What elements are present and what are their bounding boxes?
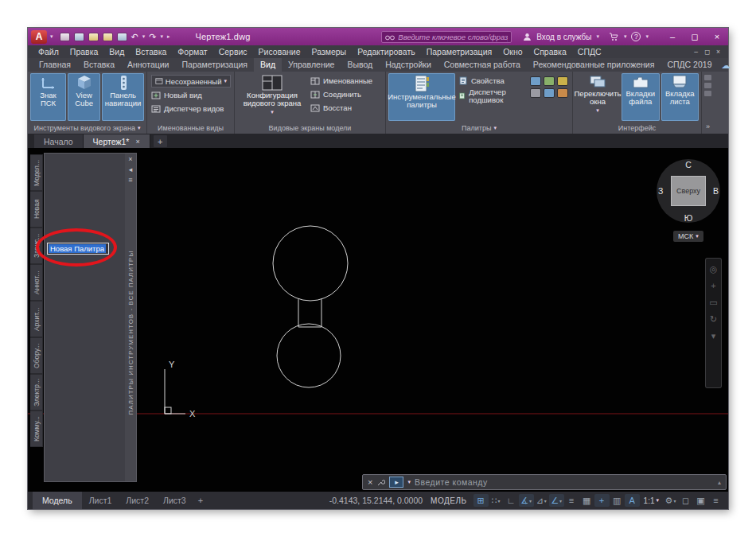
toggle-dropdown-icon[interactable]: ▾ [498, 498, 501, 504]
redo-dropdown-icon[interactable]: ▾ [160, 33, 163, 40]
sheet-set-manager-button[interactable]: Диспетчер подшивок [458, 88, 525, 104]
palette-tab[interactable]: Электр... [30, 374, 43, 411]
join-viewports-button[interactable]: Соединить [310, 88, 372, 100]
status-toggle[interactable]: A ▾ [625, 494, 640, 507]
menu-item[interactable]: Параметризация [421, 47, 498, 56]
status-toggle[interactable]: ∟ ▾ [504, 494, 519, 507]
toggle-dropdown-icon[interactable]: ▾ [559, 498, 562, 504]
palette-tab[interactable]: Завис... [30, 228, 43, 264]
strip-icon[interactable] [704, 91, 711, 96]
status-icon[interactable]: ◻ ▾ [678, 494, 693, 507]
viewcube-button[interactable]: View Cube [68, 73, 100, 121]
top-circle[interactable] [273, 226, 348, 301]
app-menu-dropdown-icon[interactable]: ▾ [50, 33, 53, 40]
doc-minimize-icon[interactable]: – [694, 48, 698, 56]
cloud-icon[interactable]: ☁ [721, 61, 730, 72]
plot-icon[interactable] [117, 33, 127, 41]
palette-tab[interactable]: Аннот... [30, 264, 43, 301]
model-space-indicator[interactable]: МОДЕЛЬ [431, 496, 466, 505]
layout-tab-button[interactable]: Вкладка листа [661, 73, 699, 121]
status-toggle[interactable]: ∠ ▾ [549, 494, 564, 507]
toggle-dropdown-icon[interactable]: ▾ [544, 498, 547, 504]
strip-icon[interactable] [704, 83, 711, 88]
menu-item[interactable]: Рисование [253, 47, 306, 56]
status-toggle[interactable]: ▦ ▾ [579, 494, 594, 507]
status-toggle[interactable]: ∷ ▾ [489, 494, 504, 507]
count-palette-icon[interactable] [544, 76, 555, 86]
palette-properties-icon[interactable]: ≡ [128, 176, 132, 185]
named-viewports-button[interactable]: Именованные [310, 75, 372, 87]
panel-title-viewport-tools[interactable]: Инструменты видового экрана ▾ [28, 123, 146, 134]
help-icon[interactable]: ? [631, 32, 641, 41]
ucs-selector-button[interactable]: МСК ▾ [673, 231, 703, 242]
doc-restore-icon[interactable]: ◻ [704, 48, 710, 56]
command-customize-icon[interactable] [376, 478, 385, 487]
ribbon-tab[interactable]: Вид [254, 58, 282, 72]
ribbon-tab[interactable]: Аннотации [121, 58, 176, 72]
status-icon[interactable]: ⚙ ▾ [663, 494, 678, 507]
materials-icon[interactable] [557, 88, 568, 98]
open-file-icon[interactable] [74, 33, 84, 41]
menu-item[interactable]: Сервис [213, 47, 253, 56]
menu-item[interactable]: Окно [497, 47, 528, 56]
ribbon-tab[interactable]: СПДС 2019 [661, 58, 718, 72]
calculator-icon[interactable] [544, 88, 555, 98]
tool-palettes-window[interactable]: × ◂ ≡ ПАЛИТРЫ ИНСТРУМЕНТОВ - ВСЕ ПАЛИТРЫ… [44, 153, 137, 482]
designcenter-icon[interactable] [530, 88, 541, 98]
layout-tab[interactable]: Лист2 [119, 496, 156, 505]
help-dropdown-icon[interactable]: ▾ [645, 33, 649, 40]
ribbon-tab[interactable]: Параметризация [176, 58, 255, 72]
command-dropdown-icon[interactable]: ▾ [407, 479, 411, 485]
menu-item[interactable]: Файл [33, 47, 64, 56]
switch-windows-button[interactable]: Переключить окна ▾ [575, 73, 620, 121]
menu-item[interactable]: Справка [528, 47, 572, 56]
command-history-icon[interactable]: ▴ [718, 479, 721, 486]
cart-icon[interactable] [609, 33, 619, 41]
document-tab[interactable]: Начало × [34, 134, 84, 148]
view-dropdown[interactable]: Несохраненный ▾ [151, 75, 231, 88]
compass-west-label[interactable]: З [658, 186, 663, 196]
signin-group[interactable]: Вход в службы ▾ [523, 33, 599, 41]
model-space-tab[interactable]: Модель [33, 492, 82, 509]
tab-close-icon[interactable]: × [135, 138, 139, 146]
annotation-scale-button[interactable]: 1:1 ▾ [644, 496, 659, 505]
status-toggle[interactable]: ⊿ ▾ [534, 494, 549, 507]
menu-item[interactable]: Правка [64, 47, 103, 56]
palette-autohide-icon[interactable]: ◂ [129, 165, 133, 174]
palette-close-icon[interactable]: × [128, 155, 132, 164]
status-icon[interactable]: ≡ ▾ [708, 494, 723, 507]
palette-tab[interactable]: Новая [30, 191, 43, 228]
blocks-palette-icon[interactable] [530, 76, 541, 86]
pan-icon[interactable]: + [711, 282, 715, 290]
menu-item[interactable]: Вставка [130, 47, 172, 56]
ribbon-tab[interactable]: Совместная работа [438, 58, 527, 72]
new-tab-button[interactable]: + [154, 135, 167, 147]
document-tab[interactable]: Чертеж1* × [84, 134, 150, 148]
ucs-sign-button[interactable]: Знак ПСК [30, 73, 66, 121]
palette-tab[interactable]: Архит... [30, 301, 43, 337]
search-input[interactable] [398, 33, 508, 41]
status-toggle[interactable]: ∡ ▾ [519, 494, 534, 507]
fullnav-wheel-icon[interactable]: ◎ [710, 265, 718, 274]
undo-icon[interactable]: ↶ [131, 33, 138, 41]
compass-north-label[interactable]: С [685, 160, 692, 169]
status-toggle[interactable]: ≡ ▾ [564, 494, 579, 507]
qat-overflow-icon[interactable]: ▸ [167, 33, 170, 40]
panel-title-palettes[interactable]: Палитры ▾ [386, 123, 572, 134]
new-layout-button[interactable]: + [193, 496, 208, 505]
menu-item[interactable]: Редактировать [352, 47, 421, 56]
menu-item[interactable]: Формат [172, 47, 212, 56]
view-manager-button[interactable]: Диспетчер видов [151, 103, 231, 115]
markup-palette-icon[interactable] [557, 76, 568, 86]
panel-title-interface[interactable]: Интерфейс [573, 123, 701, 134]
toggle-dropdown-icon[interactable]: ▾ [529, 498, 532, 504]
tool-palettes-button[interactable]: Инструментальные палитры [388, 73, 455, 121]
ribbon-tab[interactable]: Главная [33, 58, 77, 72]
minimize-button[interactable]: – [661, 28, 684, 45]
palette-tab[interactable]: Модел... [30, 154, 43, 191]
file-tabs-button[interactable]: Вкладки файла [622, 73, 660, 121]
compass-east-label[interactable]: В [713, 186, 719, 196]
ribbon-tab[interactable]: Вставка [77, 58, 121, 72]
ribbon-expand-icon[interactable]: » [706, 123, 710, 130]
ribbon-tab[interactable]: Управление [282, 58, 341, 72]
